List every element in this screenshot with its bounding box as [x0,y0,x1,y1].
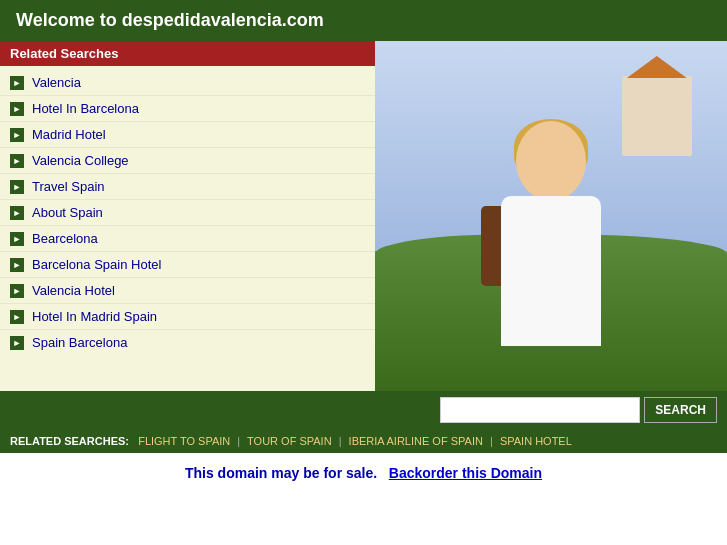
bullet-icon: ► [10,310,24,324]
search-links-list: ► Valencia ► Hotel In Barcelona ► Madrid… [0,66,375,359]
list-item[interactable]: ► Bearcelona [0,226,375,252]
search-link[interactable]: Hotel In Madrid Spain [32,309,157,324]
main-content: Related Searches ► Valencia ► Hotel In B… [0,41,727,391]
list-item[interactable]: ► About Spain [0,200,375,226]
search-link[interactable]: About Spain [32,205,103,220]
list-item[interactable]: ► Valencia [0,70,375,96]
list-item[interactable]: ► Spain Barcelona [0,330,375,355]
search-link[interactable]: Hotel In Barcelona [32,101,139,116]
search-input[interactable] [440,397,640,423]
bullet-icon: ► [10,102,24,116]
backorder-link[interactable]: Backorder this Domain [389,465,542,481]
search-bar-area: SEARCH [0,391,727,429]
separator: | [490,435,493,447]
separator: | [339,435,342,447]
search-link[interactable]: Valencia College [32,153,129,168]
person-figure [471,111,631,391]
search-link[interactable]: Valencia [32,75,81,90]
list-item[interactable]: ► Hotel In Barcelona [0,96,375,122]
person-head [516,121,586,201]
bottom-related-link-3[interactable]: SPAIN HOTEL [500,435,572,447]
search-link[interactable]: Madrid Hotel [32,127,106,142]
person-body [501,196,601,346]
search-link[interactable]: Travel Spain [32,179,105,194]
search-link[interactable]: Bearcelona [32,231,98,246]
header-title: Welcome to despedidavalencia.com [16,10,324,30]
bottom-related-link-2[interactable]: IBERIA AIRLINE OF SPAIN [349,435,483,447]
separator: | [237,435,240,447]
bullet-icon: ► [10,128,24,142]
page-wrapper: Welcome to despedidavalencia.com Related… [0,0,727,493]
bullet-icon: ► [10,154,24,168]
related-searches-header: Related Searches [0,41,375,66]
bullet-icon: ► [10,206,24,220]
search-link[interactable]: Barcelona Spain Hotel [32,257,161,272]
list-item[interactable]: ► Madrid Hotel [0,122,375,148]
list-item[interactable]: ► Valencia Hotel [0,278,375,304]
site-header: Welcome to despedidavalencia.com [0,0,727,41]
bottom-related-bar: RELATED SEARCHES: FLIGHT TO SPAIN | TOUR… [0,429,727,453]
bullet-icon: ► [10,180,24,194]
bottom-related-link-0[interactable]: FLIGHT TO SPAIN [138,435,230,447]
building-shape [622,76,692,156]
bottom-related-link-1[interactable]: TOUR OF SPAIN [247,435,332,447]
list-item[interactable]: ► Hotel In Madrid Spain [0,304,375,330]
list-item[interactable]: ► Valencia College [0,148,375,174]
footer-sale-text: This domain may be for sale. [185,465,377,481]
search-link[interactable]: Spain Barcelona [32,335,127,350]
bullet-icon: ► [10,258,24,272]
hero-image-panel [375,41,727,391]
bullet-icon: ► [10,76,24,90]
search-button[interactable]: SEARCH [644,397,717,423]
bullet-icon: ► [10,232,24,246]
bullet-icon: ► [10,336,24,350]
left-panel: Related Searches ► Valencia ► Hotel In B… [0,41,375,391]
list-item[interactable]: ► Travel Spain [0,174,375,200]
hero-image [375,41,727,391]
bottom-related-label: RELATED SEARCHES: [10,435,129,447]
footer-notice: This domain may be for sale. Backorder t… [0,453,727,493]
search-link[interactable]: Valencia Hotel [32,283,115,298]
list-item[interactable]: ► Barcelona Spain Hotel [0,252,375,278]
bullet-icon: ► [10,284,24,298]
